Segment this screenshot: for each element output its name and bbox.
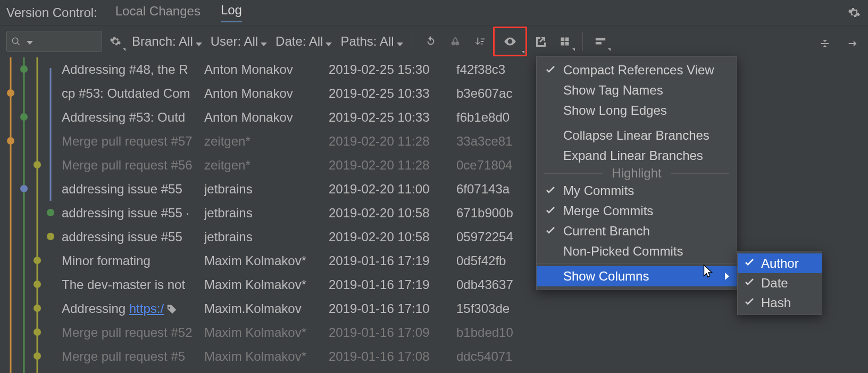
menu-show-tag-names[interactable]: Show Tag Names	[537, 80, 737, 100]
commit-link[interactable]: https:/	[129, 301, 164, 316]
separator	[413, 32, 413, 51]
collapse-icon[interactable]	[814, 33, 836, 54]
menu-expand-linear[interactable]: Expand Linear Branches	[537, 146, 737, 166]
columns-submenu: Author Date Hash	[737, 251, 822, 315]
menu-label: Show Columns	[563, 269, 649, 284]
layout-icon[interactable]	[589, 31, 612, 52]
svg-rect-6	[595, 38, 605, 41]
commit-date: 2019-01-16 17:19	[329, 253, 456, 268]
commit-author: jetbrains	[204, 182, 329, 197]
commit-row[interactable]: Merge pull request #52Maxim Kolmakov*201…	[0, 320, 868, 344]
menu-merge-commits[interactable]: Merge Commits	[537, 201, 737, 221]
gear-icon[interactable]	[847, 5, 862, 20]
commit-subject: addressing issue #55	[62, 182, 204, 197]
commit-date: 2019-01-16 17:09	[329, 325, 456, 340]
tab-log[interactable]: Log	[221, 3, 242, 22]
commit-row[interactable]: addressing issue #55jetbrains2019-02-20 …	[0, 225, 868, 249]
menu-label: Non-Picked Commits	[563, 244, 683, 259]
settings-icon[interactable]	[104, 31, 127, 52]
commit-date: 2019-02-20 10:58	[329, 206, 456, 221]
commit-hash: b3e607ac	[456, 86, 531, 101]
eye-icon[interactable]	[493, 27, 527, 56]
open-tab-icon[interactable]	[529, 31, 552, 52]
menu-label: Date	[761, 276, 788, 291]
tab-local-changes[interactable]: Local Changes	[115, 4, 201, 22]
search-input[interactable]	[6, 31, 102, 52]
commit-row[interactable]: Addressing #48, the RAnton Monakov2019-0…	[0, 57, 868, 81]
commit-row[interactable]: addressing issue #55jetbrains2019-02-20 …	[0, 177, 868, 201]
menu-non-picked[interactable]: Non-Picked Commits	[537, 241, 737, 261]
column-date[interactable]: Date	[738, 273, 822, 293]
menu-collapse-linear[interactable]: Collapse Linear Branches	[537, 125, 737, 146]
menu-label: Expand Linear Branches	[563, 148, 703, 163]
commit-subject: The dev-master is not	[62, 277, 204, 292]
svg-point-12	[20, 65, 28, 73]
column-hash[interactable]: Hash	[738, 293, 822, 312]
commit-author: Maxim Kolmakov*	[204, 277, 329, 292]
expand-right-icon[interactable]	[841, 33, 864, 54]
svg-rect-4	[561, 42, 564, 46]
check-icon	[744, 277, 755, 287]
commit-author: Maxim.Kolmakov	[204, 301, 329, 316]
cursor-icon	[700, 264, 716, 279]
branch-filter-label: Branch: All	[132, 34, 193, 49]
cherry-pick-icon[interactable]	[444, 31, 466, 52]
intellisort-icon[interactable]	[469, 31, 491, 52]
svg-point-24	[34, 352, 41, 360]
svg-point-20	[34, 257, 41, 264]
branch-filter[interactable]: Branch: All	[129, 32, 205, 51]
menu-show-long-edges[interactable]: Show Long Edges	[537, 100, 737, 121]
user-filter[interactable]: User: All	[207, 32, 270, 51]
user-filter-label: User: All	[211, 34, 258, 49]
commit-log[interactable]: Addressing #48, the RAnton Monakov2019-0…	[0, 57, 868, 373]
commit-subject: Merge pull request #57	[62, 134, 204, 149]
check-icon	[744, 296, 755, 307]
svg-point-22	[34, 304, 41, 312]
commit-row[interactable]: cp #53: Outdated ComAnton Monakov2019-02…	[0, 81, 868, 105]
commit-subject: addressing issue #55 ·	[62, 206, 204, 221]
commit-hash: 0db43637	[456, 277, 531, 292]
vcs-header: Version Control: Local Changes Log	[0, 0, 868, 26]
menu-label: Show Long Edges	[563, 103, 667, 118]
svg-point-19	[47, 233, 54, 240]
menu-my-commits[interactable]: My Commits	[537, 181, 737, 201]
grid-icon[interactable]	[554, 31, 576, 52]
date-filter[interactable]: Date: All	[272, 32, 335, 51]
commit-date: 2019-02-25 10:33	[329, 86, 456, 101]
commit-row[interactable]: Merge pull request #56zeitgen*2019-02-20…	[0, 153, 868, 177]
chevron-down-icon	[27, 41, 33, 45]
check-icon	[545, 225, 556, 236]
svg-point-16	[34, 161, 41, 168]
commit-hash: 6f07143a	[456, 182, 531, 197]
menu-label: Merge Commits	[563, 204, 653, 218]
chevron-down-icon	[397, 43, 403, 46]
menu-label: Collapse Linear Branches	[563, 128, 710, 143]
separator	[537, 123, 737, 123]
commit-author: jetbrains	[204, 230, 329, 244]
menu-current-branch[interactable]: Current Branch	[537, 221, 737, 241]
commit-hash: 0d5f42fb	[456, 253, 531, 268]
chevron-right-icon	[725, 273, 729, 280]
commit-subject: Merge pull request #52	[62, 325, 204, 340]
menu-label: Current Branch	[563, 224, 650, 239]
menu-compact-refs[interactable]: Compact References View	[537, 60, 737, 80]
commit-hash: f42f38c3	[456, 62, 531, 77]
chevron-down-icon	[326, 43, 332, 46]
svg-point-14	[20, 113, 28, 121]
search-icon	[11, 37, 21, 46]
svg-rect-5	[565, 42, 569, 46]
commit-row[interactable]: Merge pull request #57zeitgen*2019-02-20…	[0, 129, 868, 153]
commit-hash: 15f303de	[456, 301, 531, 316]
commit-hash: 33a3ce81	[456, 134, 531, 149]
column-author[interactable]: Author	[738, 253, 822, 273]
commit-row[interactable]: Merge pull request #5Maxim Kolmakov*2019…	[0, 344, 868, 368]
commit-row[interactable]: addressing issue #55 ·jetbrains2019-02-2…	[0, 201, 868, 225]
refresh-icon[interactable]	[420, 31, 442, 52]
commit-row[interactable]: Addressing #53: OutdAnton Monakov2019-02…	[0, 105, 868, 129]
commit-date: 2019-02-25 15:30	[329, 62, 456, 77]
paths-filter[interactable]: Paths: All	[337, 32, 406, 51]
separator	[582, 32, 583, 51]
menu-label: Author	[761, 256, 799, 271]
vcs-title: Version Control:	[6, 5, 97, 20]
menu-label: Hash	[761, 295, 791, 310]
